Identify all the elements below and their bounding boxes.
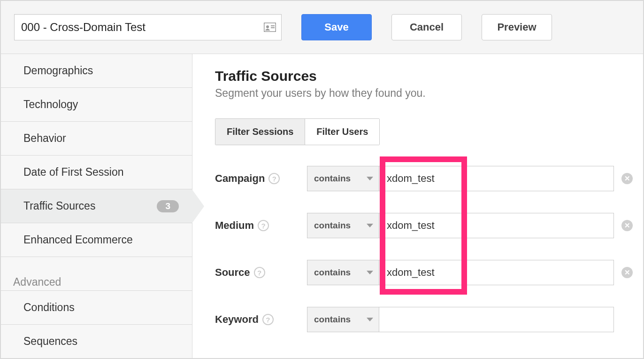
- clear-icon[interactable]: ✕: [621, 267, 633, 278]
- sidebar: Demographics Technology Behavior Date of…: [1, 54, 192, 358]
- row-label: Keyword ?: [215, 313, 296, 326]
- segment-name-input[interactable]: [14, 14, 282, 40]
- help-icon[interactable]: ?: [258, 220, 269, 231]
- svg-point-1: [266, 25, 269, 28]
- operator-dropdown[interactable]: contains: [307, 213, 379, 238]
- svg-rect-2: [271, 25, 275, 26]
- cancel-button[interactable]: Cancel: [391, 14, 462, 40]
- row-label: Source ?: [215, 266, 296, 279]
- filter-users-button[interactable]: Filter Users: [305, 119, 379, 145]
- preview-button[interactable]: Preview: [482, 14, 552, 40]
- id-card-icon: [264, 23, 276, 32]
- advanced-section-label: Advanced: [1, 257, 192, 291]
- filter-row-campaign: Campaign ? contains ✕: [215, 166, 643, 191]
- panel-subtitle: Segment your users by how they found you…: [215, 87, 643, 100]
- filter-row-keyword: Keyword ? contains: [215, 307, 643, 332]
- chevron-down-icon: [367, 318, 373, 321]
- content-area: Demographics Technology Behavior Date of…: [1, 54, 643, 358]
- chevron-down-icon: [367, 177, 373, 180]
- campaign-value-input[interactable]: [379, 166, 614, 191]
- sidebar-item-date-first-session[interactable]: Date of First Session: [1, 156, 192, 189]
- sidebar-item-conditions[interactable]: Conditions: [1, 291, 192, 325]
- help-icon[interactable]: ?: [262, 314, 274, 325]
- clear-icon[interactable]: ✕: [621, 173, 633, 184]
- sidebar-item-demographics[interactable]: Demographics: [1, 54, 192, 88]
- save-button[interactable]: Save: [301, 14, 372, 40]
- sidebar-item-label: Traffic Sources: [23, 200, 95, 212]
- operator-dropdown[interactable]: contains: [307, 260, 379, 285]
- chevron-down-icon: [367, 271, 373, 274]
- sidebar-item-label: Behavior: [23, 132, 66, 145]
- filter-sessions-button[interactable]: Filter Sessions: [215, 119, 305, 145]
- source-value-input[interactable]: [379, 260, 614, 285]
- sidebar-item-label: Technology: [23, 98, 78, 111]
- filter-scope-toggle: Filter Sessions Filter Users: [215, 118, 380, 145]
- row-label: Campaign ?: [215, 172, 296, 185]
- panel-title: Traffic Sources: [215, 68, 643, 84]
- sidebar-item-label: Demographics: [23, 64, 93, 77]
- sidebar-item-sequences[interactable]: Sequences: [1, 325, 192, 359]
- sidebar-item-behavior[interactable]: Behavior: [1, 122, 192, 156]
- keyword-value-input[interactable]: [379, 307, 614, 332]
- filter-row-medium: Medium ? contains ✕: [215, 213, 643, 238]
- medium-value-input[interactable]: [379, 213, 614, 238]
- chevron-down-icon: [367, 224, 373, 227]
- sidebar-item-label: Sequences: [23, 335, 77, 348]
- segment-name-wrap: [14, 14, 282, 40]
- operator-dropdown[interactable]: contains: [307, 307, 379, 332]
- filter-count-badge: 3: [157, 200, 179, 212]
- sidebar-item-label: Conditions: [23, 301, 75, 314]
- sidebar-item-technology[interactable]: Technology: [1, 88, 192, 122]
- svg-rect-3: [271, 27, 275, 28]
- operator-dropdown[interactable]: contains: [307, 166, 379, 191]
- segment-editor: Save Cancel Preview Demographics Technol…: [0, 0, 644, 359]
- main-panel: Traffic Sources Segment your users by ho…: [192, 54, 643, 358]
- clear-icon[interactable]: ✕: [621, 220, 633, 231]
- sidebar-item-label: Date of First Session: [23, 166, 123, 179]
- sidebar-item-label: Enhanced Ecommerce: [23, 234, 133, 246]
- filter-rows: Campaign ? contains ✕ Medium ?: [215, 166, 643, 332]
- sidebar-item-traffic-sources[interactable]: Traffic Sources 3: [1, 189, 192, 223]
- help-icon[interactable]: ?: [268, 173, 280, 184]
- help-icon[interactable]: ?: [254, 267, 265, 278]
- top-bar: Save Cancel Preview: [1, 1, 643, 54]
- row-label: Medium ?: [215, 219, 296, 232]
- sidebar-item-enhanced-ecommerce[interactable]: Enhanced Ecommerce: [1, 223, 192, 257]
- filter-row-source: Source ? contains ✕: [215, 260, 643, 285]
